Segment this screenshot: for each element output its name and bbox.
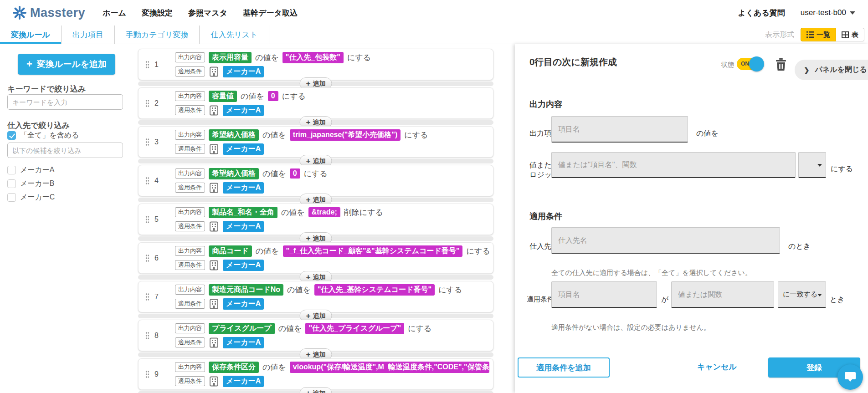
keyword-filter-label: キーワードで絞り込み (7, 84, 86, 94)
plus-icon: + (306, 389, 311, 393)
insert-rule-button[interactable]: + 追加 (300, 387, 332, 393)
drag-handle-icon[interactable] (145, 177, 149, 184)
plus-icon: + (306, 235, 311, 242)
top-header: Masstery ホーム 変換設定 参照マスタ 基幹データ取込 よくある質問 u… (0, 0, 868, 26)
rule-gutter: 3 (139, 138, 175, 146)
nisuru-text: にする (831, 164, 853, 174)
rule-gap: + 追加 (138, 390, 493, 393)
rule-card[interactable]: 8 出力内容 プライスグループ の値を "仕入先_プライスグループ" にする 適… (138, 320, 493, 351)
supplier-input[interactable] (551, 227, 780, 254)
rule-number: 2 (154, 99, 159, 107)
drag-handle-icon[interactable] (145, 293, 149, 301)
rule-gap: + 追加 (138, 235, 493, 242)
select-caret-icon (817, 294, 822, 296)
nav-conversion-settings[interactable]: 変換設定 (142, 8, 173, 18)
building-icon (209, 221, 219, 232)
drag-handle-icon[interactable] (145, 332, 149, 339)
rule-card[interactable]: 1 出力内容 表示用容量 の値を "仕入先_包装数" にする 適用条件 (138, 49, 493, 80)
output-field-chip: 希望納入価格 (209, 168, 259, 179)
suffix-text: にする (438, 285, 462, 295)
rule-output-row: 出力内容 製品名_和名・全角 の値を &trade; 削除にする (175, 207, 383, 218)
header-right: よくある質問 user-test-b00 (738, 8, 855, 18)
rule-card[interactable]: 2 出力内容 容量値 の値を 0 にする 適用条件 (138, 87, 493, 119)
delete-rule-button[interactable] (776, 58, 786, 72)
tab-conversion-rules[interactable]: 変換ルール (0, 26, 62, 44)
rule-card[interactable]: 3 出力内容 希望納入価格 の値を trim_japanese("希望小売価格"… (138, 126, 493, 158)
supplier-checkbox-maker-b[interactable]: メーカーB (7, 179, 54, 189)
vendor-chip: メーカーA (223, 260, 264, 271)
faq-link[interactable]: よくある質問 (738, 8, 785, 18)
filter-sidebar: + 変換ルールを追加 キーワードで絞り込み 仕入先で絞り込み 「全て」を含める … (0, 44, 137, 393)
nav-reference-master[interactable]: 参照マスタ (188, 8, 227, 18)
condition-badge: 適用条件 (175, 66, 205, 77)
rule-gutter: 2 (139, 99, 175, 107)
suffix-text: にする (404, 130, 428, 140)
panel-title: 0行目の次に新規作成 (529, 56, 617, 68)
building-icon (209, 183, 219, 193)
vendor-chip: メーカーA (223, 182, 264, 194)
rule-output-row: 出力内容 容量値 の値を 0 にする (175, 91, 306, 102)
prefix-text: の値を (287, 285, 311, 295)
rule-gap: + 追加 (138, 119, 493, 126)
candidates-filter-input[interactable] (7, 143, 123, 158)
condition1-field-input[interactable] (551, 281, 657, 308)
rule-card[interactable]: 7 出力内容 製造元商品コードNo の値を "仕入先_基幹システムコード番号" … (138, 281, 493, 312)
condition-badge: 適用条件 (175, 299, 205, 309)
nav-core-data-import[interactable]: 基幹データ取込 (243, 8, 298, 18)
rule-condition-row: 適用条件 メーカーA (175, 143, 428, 155)
condition1-value-input[interactable] (671, 281, 774, 308)
output-field-chip: 商品コード (209, 245, 252, 257)
select-caret-icon (817, 164, 822, 167)
add-rule-button[interactable]: + 変換ルールを追加 (18, 54, 115, 75)
drag-handle-icon[interactable] (145, 215, 149, 223)
list-icon (806, 31, 814, 38)
building-icon (209, 144, 219, 154)
prefix-text: の値を (262, 130, 286, 140)
no-toki-text: のとき (788, 242, 811, 251)
drag-handle-icon[interactable] (145, 254, 149, 262)
supplier-checkbox-maker-a[interactable]: メーカーA (7, 165, 54, 175)
value-chip: "_f_仕入先コード_顧客"&"基幹システムコード番号" (283, 245, 463, 257)
tab-output-items[interactable]: 出力項目 (62, 26, 115, 44)
user-name: user-test-b00 (801, 8, 846, 17)
drag-handle-icon[interactable] (145, 99, 149, 107)
output-item-input[interactable] (551, 116, 688, 143)
rule-card[interactable]: 5 出力内容 製品名_和名・全角 の値を &trade; 削除にする 適用条件 (138, 204, 493, 235)
supplier-checkbox-maker-c[interactable]: メーカーC (7, 193, 55, 202)
format-label: 表示形式 (765, 30, 794, 40)
user-menu[interactable]: user-test-b00 (801, 8, 855, 17)
status-toggle[interactable]: ON (737, 58, 762, 70)
supplier-filter-label: 仕入先で絞り込み (7, 120, 70, 131)
chat-launcher-button[interactable] (837, 364, 863, 390)
value-chip: trim_japanese("希望小売価格") (290, 129, 401, 141)
tab-manual-category[interactable]: 手動カテゴリ変換 (115, 26, 200, 44)
rule-number: 7 (154, 293, 159, 301)
rule-card[interactable]: 6 出力内容 商品コード の値を "_f_仕入先コード_顧客"&"基幹システムコ… (138, 242, 493, 274)
plus-icon: + (306, 273, 311, 281)
view-list-button[interactable]: 一覧 (801, 28, 836, 41)
logo[interactable]: Masstery (13, 6, 85, 20)
keyword-input[interactable] (7, 94, 123, 110)
rule-card[interactable]: 4 出力内容 希望納入価格 の値を 0 にする 適用条件 (138, 165, 493, 196)
include-all-checkbox[interactable]: 「全て」を含める (7, 131, 79, 140)
drag-handle-icon[interactable] (145, 370, 149, 378)
nav-home[interactable]: ホーム (103, 8, 126, 18)
logic-input[interactable] (551, 152, 796, 178)
logic-mode-select[interactable] (798, 152, 826, 178)
insert-rule-label: 追加 (313, 235, 325, 243)
add-condition-button[interactable]: 適用条件を追加 (518, 357, 610, 378)
view-table-button[interactable]: 表 (836, 28, 864, 41)
drag-handle-icon[interactable] (145, 61, 149, 68)
rule-card[interactable]: 9 出力内容 保存条件区分 の値を vlookup("保存/輸送温度",M_輸送… (138, 358, 493, 390)
cancel-button[interactable]: キャンセル (697, 362, 737, 372)
drag-handle-icon[interactable] (145, 138, 149, 146)
value-chip: 0 (290, 168, 300, 179)
building-icon (209, 337, 219, 348)
tab-supplier-list[interactable]: 仕入先リスト (200, 26, 269, 44)
plus-icon: + (26, 59, 32, 69)
rule-condition-row: 適用条件 メーカーA (175, 376, 493, 387)
match-type-select[interactable]: に一致する (778, 281, 826, 308)
close-panel-button[interactable]: ❯ パネルを閉じる (795, 60, 868, 80)
toggle-on-label: ON (741, 61, 749, 67)
rule-gap: + 追加 (138, 158, 493, 165)
